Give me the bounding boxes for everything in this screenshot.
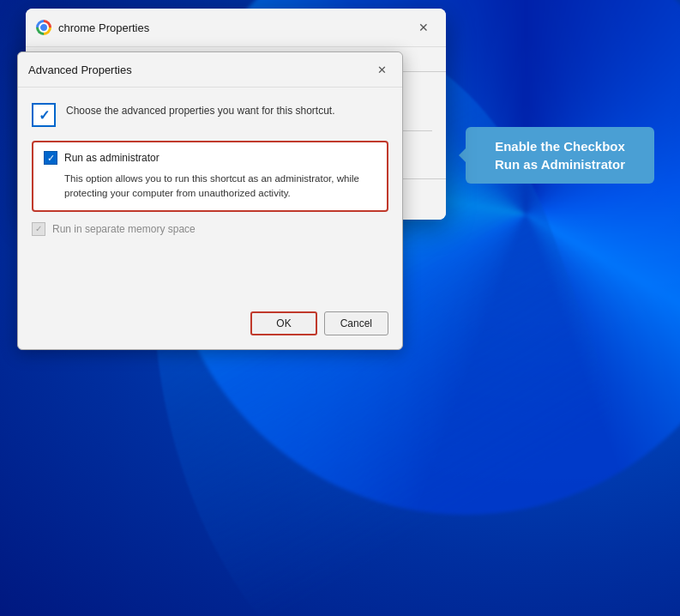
run-in-memory-checkmark: ✓: [35, 224, 42, 233]
run-in-memory-checkbox[interactable]: ✓: [32, 222, 45, 236]
run-as-admin-checkmark: ✓: [47, 154, 55, 163]
chrome-properties-close-button[interactable]: ✕: [412, 15, 436, 39]
close-icon: ✕: [418, 21, 429, 34]
advanced-header-checkmark: ✓: [39, 107, 50, 124]
advanced-header-row: ✓ Choose the advanced properties you wan…: [32, 101, 388, 127]
run-as-admin-label: Run as administrator: [64, 152, 159, 164]
chrome-icon: [36, 20, 51, 35]
advanced-properties-title: Advanced Properties: [28, 63, 371, 76]
chrome-properties-title: chrome Properties: [58, 21, 412, 34]
advanced-header-text: Choose the advanced properties you want …: [66, 101, 388, 117]
annotation-bubble: Enable the Checkbox Run as Administrator: [466, 127, 654, 184]
annotation-line1: Enable the Checkbox: [495, 139, 625, 154]
chrome-properties-titlebar: chrome Properties ✕: [26, 9, 446, 47]
advanced-ok-button[interactable]: OK: [250, 311, 316, 335]
run-in-memory-row: ✓ Run in separate memory space: [32, 222, 388, 236]
run-as-admin-box: ✓ Run as administrator This option allow…: [32, 141, 388, 212]
run-in-memory-label: Run in separate memory space: [52, 223, 196, 235]
advanced-header-checkbox[interactable]: ✓: [32, 103, 56, 127]
advanced-properties-close-button[interactable]: ✕: [371, 59, 392, 80]
run-as-admin-description: This option allows you to run this short…: [44, 172, 376, 202]
run-as-admin-header: ✓ Run as administrator: [44, 151, 376, 165]
modal-close-icon: ✕: [377, 63, 387, 76]
advanced-cancel-button[interactable]: Cancel: [324, 311, 388, 335]
run-as-admin-checkbox[interactable]: ✓: [44, 151, 57, 165]
advanced-properties-titlebar: Advanced Properties ✕: [18, 52, 402, 88]
advanced-properties-buttons: OK Cancel: [18, 301, 402, 349]
advanced-properties-dialog: Advanced Properties ✕ ✓ Choose the advan…: [17, 51, 403, 350]
annotation-line2: Run as Administrator: [495, 157, 625, 172]
advanced-properties-content: ✓ Choose the advanced properties you wan…: [18, 88, 402, 250]
